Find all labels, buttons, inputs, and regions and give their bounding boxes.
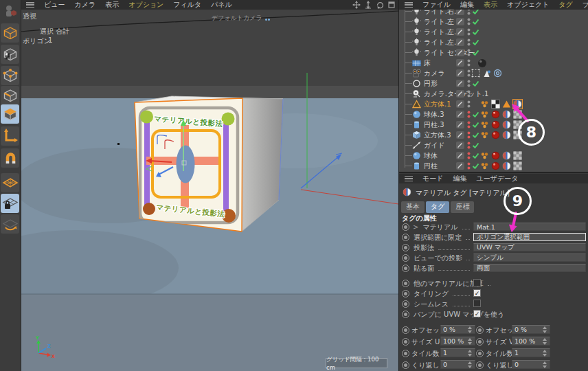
checkbox-タイリング[interactable]: ✓ <box>473 289 481 297</box>
object-row-円柱.3[interactable]: 円柱.3 <box>399 120 588 130</box>
layer-pencil-icon[interactable] <box>456 100 464 108</box>
layer-pencil-icon[interactable] <box>456 111 464 118</box>
object-row-立方体.1[interactable]: 立方体.1 <box>399 99 588 109</box>
texture-tag-icon[interactable] <box>501 130 512 140</box>
object-row-球体.3[interactable]: 球体.3 <box>399 109 588 120</box>
tool-workplane[interactable] <box>1 173 19 192</box>
key-circle-icon[interactable] <box>402 244 409 251</box>
menu-オプション[interactable]: オプション <box>128 0 163 10</box>
input-選択範囲に限定[interactable]: ポリゴン選択範囲 <box>473 233 586 241</box>
checkbox-他のマテリアルに加算[interactable] <box>473 279 481 286</box>
checkbox-バンプに UVW マップを使う[interactable]: ✓ <box>473 310 481 317</box>
input-サイズ V[interactable]: 100 % <box>512 337 550 346</box>
selbox-tag-icon[interactable] <box>471 68 481 78</box>
om-menu-編集[interactable]: 編集 <box>460 0 474 10</box>
key-circle-icon[interactable] <box>402 234 409 241</box>
layer-pencil-icon[interactable] <box>456 162 464 170</box>
object-row-円形[interactable]: 円形 <box>399 78 588 89</box>
spinner-arrows[interactable] <box>467 326 473 333</box>
layer-pencil-icon[interactable] <box>456 152 464 159</box>
visibility-dots[interactable] <box>467 28 471 36</box>
key-circle-icon[interactable] <box>402 361 409 369</box>
visibility-dots[interactable] <box>467 121 471 128</box>
spinner-arrows[interactable] <box>542 326 547 333</box>
key-circle-icon[interactable] <box>402 223 409 231</box>
om-menu-表示[interactable]: 表示 <box>484 0 497 10</box>
layer-pencil-icon[interactable] <box>456 10 464 15</box>
object-row-床[interactable]: 床 <box>399 58 588 68</box>
object-row-ライト.左[interactable]: ライト.左 <box>399 16 588 27</box>
texture-tag-icon[interactable] <box>501 161 512 171</box>
object-row-ライト.右.1[interactable]: ライト.右.1 <box>399 10 588 16</box>
input-タイル数 V[interactable]: 1 <box>512 348 550 357</box>
tool-enable-axis[interactable] <box>1 126 19 146</box>
enabled-check-icon[interactable] <box>472 111 479 118</box>
key-circle-icon[interactable] <box>402 326 409 334</box>
tri-tag-icon[interactable] <box>501 99 512 109</box>
texture-tag-icon[interactable] <box>512 99 523 109</box>
spinner-arrows[interactable] <box>542 350 547 357</box>
om-menu-オブジェクト[interactable]: オブジェクト <box>507 0 549 10</box>
tool-model-tool-disabled[interactable] <box>1 1 19 21</box>
visibility-dots[interactable] <box>467 38 471 46</box>
redmat-tag-icon[interactable] <box>490 161 501 171</box>
tool-edge-mode[interactable] <box>1 86 19 105</box>
object-row-ライト.左.1[interactable]: ライト.左.1 <box>399 37 588 47</box>
input-オフセット V[interactable]: 0 % <box>512 325 550 334</box>
object-row-球体[interactable]: 球体 <box>399 150 588 161</box>
viewport-pan-icon[interactable] <box>352 1 361 10</box>
om-menu-タグ[interactable]: タグ <box>558 0 572 10</box>
object-row-円柱[interactable]: 円柱 <box>399 161 588 171</box>
tool-point-mode[interactable] <box>1 66 19 85</box>
orangedots-tag-icon[interactable] <box>479 161 490 171</box>
key-circle-icon[interactable] <box>402 290 409 297</box>
texture-tag-icon[interactable] <box>501 120 512 130</box>
tool-model-mode[interactable] <box>1 23 19 43</box>
viewport-canvas[interactable]: マテリアルと投影法 マテリアルと投影法 <box>21 10 398 371</box>
targetring-tag-icon[interactable] <box>493 68 503 78</box>
om-menu-ブックマーク[interactable]: ブックマーク <box>583 0 588 10</box>
enabled-check-icon[interactable] <box>472 152 479 159</box>
tab-タグ[interactable]: タグ <box>426 201 449 213</box>
key-circle-icon[interactable] <box>402 254 409 262</box>
input-くり返し V[interactable]: 0 <box>512 360 550 369</box>
spinner-arrows[interactable] <box>542 361 547 368</box>
redmat-tag-icon[interactable] <box>490 130 501 140</box>
object-row-ライト センター[interactable]: ライト センター <box>399 47 588 58</box>
tool-lock-workplane[interactable] <box>1 194 19 213</box>
enabled-check-icon[interactable] <box>472 18 479 25</box>
key-circle-icon[interactable] <box>476 361 484 369</box>
input-サイズ U[interactable]: 100 % <box>440 337 475 346</box>
menu-表示[interactable]: 表示 <box>105 0 119 10</box>
object-row-ライト.左.2[interactable]: ライト.左.2 <box>399 27 588 37</box>
viewport[interactable]: ビューカメラ表示オプションフィルタパネル <box>21 0 398 371</box>
visibility-dots[interactable] <box>467 111 471 118</box>
key-circle-icon[interactable] <box>402 300 409 308</box>
am-menu-モード[interactable]: モード <box>422 174 443 183</box>
viewport-menu-icon[interactable] <box>26 2 34 8</box>
am-menu-ユーザデータ[interactable]: ユーザデータ <box>476 174 518 183</box>
layer-pencil-icon[interactable] <box>456 49 464 56</box>
key-circle-icon[interactable] <box>402 311 409 318</box>
greychk-tag-icon[interactable] <box>512 150 523 161</box>
layer-pencil-icon[interactable] <box>456 28 464 36</box>
checker-tag-icon[interactable] <box>490 99 501 109</box>
orangedots-tag-icon[interactable] <box>479 99 490 109</box>
am-menu-編集[interactable]: 編集 <box>453 174 466 183</box>
object-row-カメラ[interactable]: カメラ <box>399 68 588 78</box>
visibility-dots[interactable] <box>467 100 471 108</box>
input-くり返し U[interactable]: 0 <box>440 360 475 369</box>
texture-tag-icon[interactable] <box>501 150 512 161</box>
key-circle-icon[interactable] <box>476 326 484 334</box>
input-タイル数 U[interactable]: 1 <box>440 348 475 357</box>
visibility-dots[interactable] <box>467 152 471 159</box>
orangedots-tag-icon[interactable] <box>479 130 490 140</box>
spinner-arrows[interactable] <box>542 338 547 345</box>
tool-texture-mode[interactable] <box>1 45 19 64</box>
visibility-dots[interactable] <box>467 162 471 170</box>
enabled-check-icon[interactable] <box>472 131 479 139</box>
key-circle-icon[interactable] <box>402 338 409 346</box>
layer-pencil-icon[interactable] <box>456 69 464 77</box>
select-貼る面[interactable]: 両面 <box>473 264 586 272</box>
redmat-tag-icon[interactable] <box>490 150 501 161</box>
